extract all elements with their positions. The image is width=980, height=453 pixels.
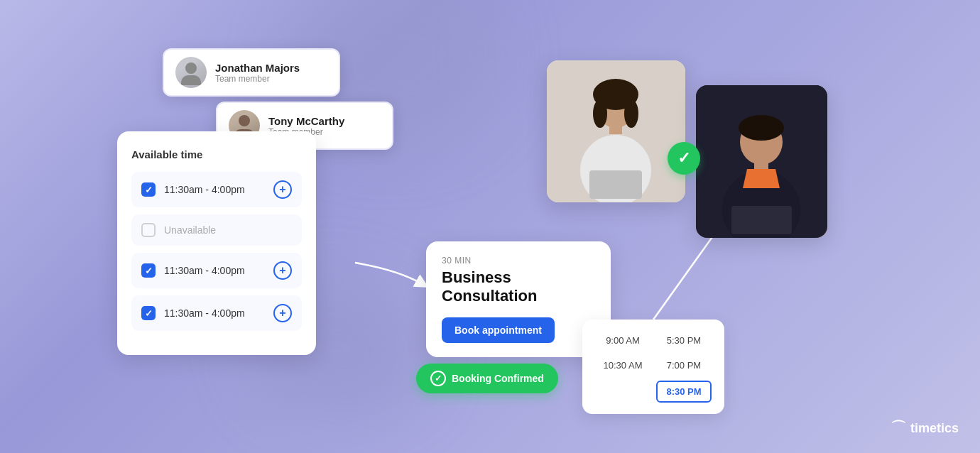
green-check-overlay: ✓ [668,142,700,175]
checkbox-2[interactable] [141,223,156,237]
svg-point-4 [624,99,638,128]
timeslot-700pm[interactable]: 7:00 PM [656,356,712,375]
checkbox-1[interactable] [141,182,156,197]
timeslot-1030am[interactable]: 10:30 AM [595,356,650,375]
member-card-jonathan: Jonathan Majors Team member [163,48,340,97]
timetics-logo-name: timetics [910,421,959,436]
time-text-2: Unavailable [164,224,292,236]
time-row-3: 11:30am - 4:00pm + [131,253,302,288]
member-name-tony: Tony McCarthy [268,115,344,127]
member-info-jonathan: Jonathan Majors Team member [215,62,300,84]
svg-rect-7 [589,170,642,199]
confirmed-label: Booking Confirmed [452,373,544,384]
checkbox-4[interactable] [141,306,156,320]
checkbox-3[interactable] [141,263,156,278]
add-time-3[interactable]: + [273,261,292,280]
svg-rect-13 [731,206,792,234]
booking-title: Business Consultation [442,268,595,306]
panel-title: Available time [131,148,302,160]
timeslot-830pm[interactable]: 8:30 PM [656,381,712,403]
svg-point-3 [593,99,607,128]
availability-panel: Available time 11:30am - 4:00pm + Unavai… [117,131,316,355]
photo-card-man [696,85,827,238]
time-row-2: Unavailable [131,214,302,246]
timeslots-grid: 9:00 AM 5:30 PM 10:30 AM 7:00 PM 8:30 PM [595,331,712,403]
time-text-4: 11:30am - 4:00pm [164,307,265,319]
time-text-1: 11:30am - 4:00pm [164,184,265,195]
timeslot-530pm[interactable]: 5:30 PM [656,331,712,350]
time-row-1: 11:30am - 4:00pm + [131,172,302,207]
svg-rect-5 [609,123,622,134]
add-time-4[interactable]: + [273,304,292,322]
timeslot-900am[interactable]: 9:00 AM [595,331,650,350]
time-row-4: 11:30am - 4:00pm + [131,295,302,331]
photo-card-woman [547,60,685,202]
member-name-jonathan: Jonathan Majors [215,62,300,74]
timetics-logo: ⌒ timetics [891,417,959,439]
book-appointment-button[interactable]: Book appointment [442,317,555,343]
svg-point-10 [739,115,784,141]
booking-confirmed-badge: ✓ Booking Confirmed [416,364,558,393]
booking-duration: 30 MIN [442,256,595,266]
avatar-jonathan [175,57,207,88]
add-time-1[interactable]: + [273,180,292,199]
time-text-3: 11:30am - 4:00pm [164,265,265,276]
confirmed-check-icon: ✓ [430,371,446,386]
timeslots-card: 9:00 AM 5:30 PM 10:30 AM 7:00 PM 8:30 PM [582,320,724,414]
member-role-jonathan: Team member [215,74,300,84]
woman-photo [547,60,685,202]
timetics-logo-icon: ⌒ [891,417,906,439]
